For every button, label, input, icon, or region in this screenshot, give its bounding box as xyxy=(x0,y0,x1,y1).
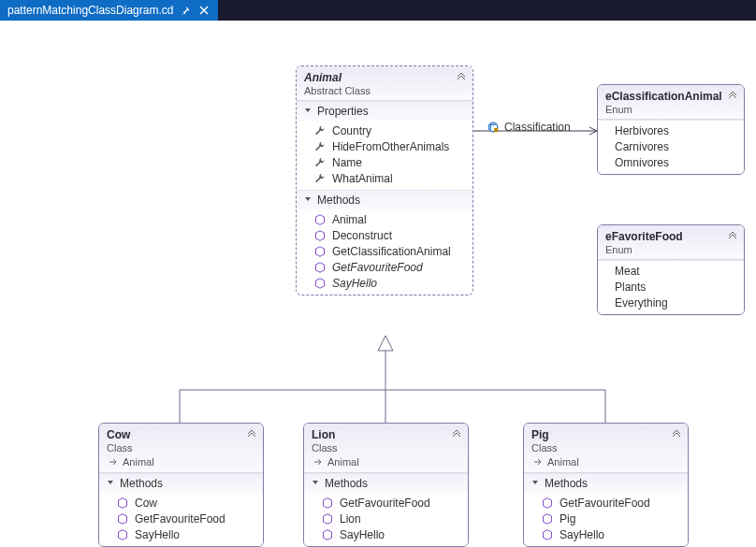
association-text: Classification xyxy=(504,121,571,134)
svg-marker-12 xyxy=(305,197,311,201)
class-pig[interactable]: Pig Class Animal Methods GetFavouriteFoo… xyxy=(523,423,689,547)
inherits-row: Animal xyxy=(312,455,460,468)
class-title: Lion xyxy=(312,428,460,441)
list-item[interactable]: HideFromOtherAnimals xyxy=(297,138,472,154)
method-icon xyxy=(321,497,334,510)
collapse-icon[interactable] xyxy=(725,89,740,104)
list-item[interactable]: Herbivores xyxy=(598,122,744,138)
class-cow[interactable]: Cow Class Animal Methods Cow GetFavourit… xyxy=(98,423,264,547)
method-icon xyxy=(541,512,554,525)
section-label: Methods xyxy=(325,477,368,490)
list-item[interactable]: Carnivores xyxy=(598,138,744,154)
class-header: Pig Class Animal xyxy=(524,424,688,473)
class-header: eClassificationAnimal Enum xyxy=(598,85,744,120)
list-item[interactable]: Everything xyxy=(598,295,744,310)
tab-active[interactable]: patternMatchingClassDiagram.cd xyxy=(0,0,218,21)
class-subtitle: Class xyxy=(531,442,680,453)
list-item[interactable]: Country xyxy=(297,122,472,138)
svg-marker-15 xyxy=(532,481,538,484)
section-header[interactable]: Properties xyxy=(297,102,472,121)
class-animal[interactable]: Animal Abstract Class Properties Country… xyxy=(296,65,473,295)
collapse-icon[interactable] xyxy=(725,229,740,244)
list-item[interactable]: Omnivores xyxy=(598,154,744,170)
method-icon xyxy=(313,261,327,274)
list-item[interactable]: SayHello xyxy=(297,275,472,291)
wrench-icon xyxy=(313,172,327,185)
properties-list: Country HideFromOtherAnimals Name WhatAn… xyxy=(297,121,472,190)
svg-marker-13 xyxy=(108,481,113,484)
list-item[interactable]: Plants xyxy=(598,279,744,295)
list-item[interactable]: Lion xyxy=(304,511,468,526)
inherits-arrow-icon xyxy=(531,455,545,468)
method-icon xyxy=(313,245,327,258)
list-item[interactable]: GetFavouriteFood xyxy=(304,495,468,511)
inherits-arrow-icon xyxy=(107,455,120,468)
triangle-down-icon xyxy=(312,479,321,488)
close-icon[interactable] xyxy=(197,4,211,17)
collapse-icon[interactable] xyxy=(454,70,469,85)
association-icon xyxy=(487,121,500,134)
inherits-label: Animal xyxy=(547,456,579,468)
list-item[interactable]: Cow xyxy=(99,495,263,511)
section-methods: Methods Cow GetFavouriteFood SayHello xyxy=(99,473,263,546)
method-icon xyxy=(313,229,327,242)
section-header[interactable]: Methods xyxy=(524,474,688,493)
list-item[interactable]: Name xyxy=(297,154,472,170)
association-label: Classification xyxy=(487,121,571,134)
class-header: eFavoriteFood Enum xyxy=(598,225,744,260)
list-item[interactable]: GetFavouriteFood xyxy=(297,259,472,275)
collapse-icon[interactable] xyxy=(669,427,684,442)
pin-icon[interactable] xyxy=(179,4,192,17)
wrench-icon xyxy=(313,140,327,153)
class-header: Lion Class Animal xyxy=(304,424,468,473)
list-item[interactable]: WhatAnimal xyxy=(297,170,472,186)
list-item[interactable]: Deconstruct xyxy=(297,227,472,243)
class-subtitle: Enum xyxy=(605,104,736,115)
triangle-down-icon xyxy=(304,107,313,116)
class-title: eClassificationAnimal xyxy=(605,90,736,103)
diagram-canvas[interactable]: Classification Animal Abstract Class Pro… xyxy=(0,21,756,547)
collapse-icon[interactable] xyxy=(244,427,259,442)
class-subtitle: Class xyxy=(107,442,255,453)
inherits-arrow-icon xyxy=(312,455,325,468)
list-item[interactable]: Pig xyxy=(524,511,688,526)
list-item[interactable]: GetClassificationAnimal xyxy=(297,243,472,259)
enum-efavoritefood[interactable]: eFavoriteFood Enum Meat Plants Everythin… xyxy=(597,224,745,315)
tab-bar: patternMatchingClassDiagram.cd xyxy=(0,0,756,21)
class-header: Cow Class Animal xyxy=(99,424,263,473)
class-title: eFavoriteFood xyxy=(605,230,736,243)
section-methods: Methods Animal Deconstruct GetClassifica… xyxy=(297,190,472,295)
list-item[interactable]: Animal xyxy=(297,211,472,227)
values-list: Meat Plants Everything xyxy=(598,261,744,314)
class-lion[interactable]: Lion Class Animal Methods GetFavouriteFo… xyxy=(303,423,469,547)
list-item[interactable]: GetFavouriteFood xyxy=(524,495,688,511)
method-icon xyxy=(541,497,554,510)
methods-list: GetFavouriteFood Lion SayHello xyxy=(304,493,468,546)
methods-list: Animal Deconstruct GetClassificationAnim… xyxy=(297,209,472,295)
enum-eclassificationanimal[interactable]: eClassificationAnimal Enum Herbivores Ca… xyxy=(597,84,745,175)
methods-list: Cow GetFavouriteFood SayHello xyxy=(99,493,263,546)
triangle-down-icon xyxy=(107,479,116,488)
inherits-row: Animal xyxy=(531,455,680,468)
method-icon xyxy=(116,528,129,541)
svg-marker-11 xyxy=(305,108,311,112)
method-icon xyxy=(321,512,334,525)
method-icon xyxy=(313,213,327,226)
section-header[interactable]: Methods xyxy=(297,191,472,209)
method-icon xyxy=(116,512,129,525)
values-list: Herbivores Carnivores Omnivores xyxy=(598,121,744,174)
svg-marker-3 xyxy=(378,336,393,351)
section-label: Methods xyxy=(120,477,163,490)
list-item[interactable]: SayHello xyxy=(304,526,468,542)
list-item[interactable]: Meat xyxy=(598,263,744,279)
list-item[interactable]: SayHello xyxy=(524,526,688,542)
section-header[interactable]: Methods xyxy=(304,474,468,493)
section-label: Methods xyxy=(545,477,588,490)
collapse-icon[interactable] xyxy=(449,427,464,442)
section-values: Meat Plants Everything xyxy=(598,260,744,314)
methods-list: GetFavouriteFood Pig SayHello xyxy=(524,493,688,546)
list-item[interactable]: SayHello xyxy=(99,526,263,542)
section-header[interactable]: Methods xyxy=(99,474,263,493)
list-item[interactable]: GetFavouriteFood xyxy=(99,511,263,526)
wrench-icon xyxy=(313,156,327,169)
